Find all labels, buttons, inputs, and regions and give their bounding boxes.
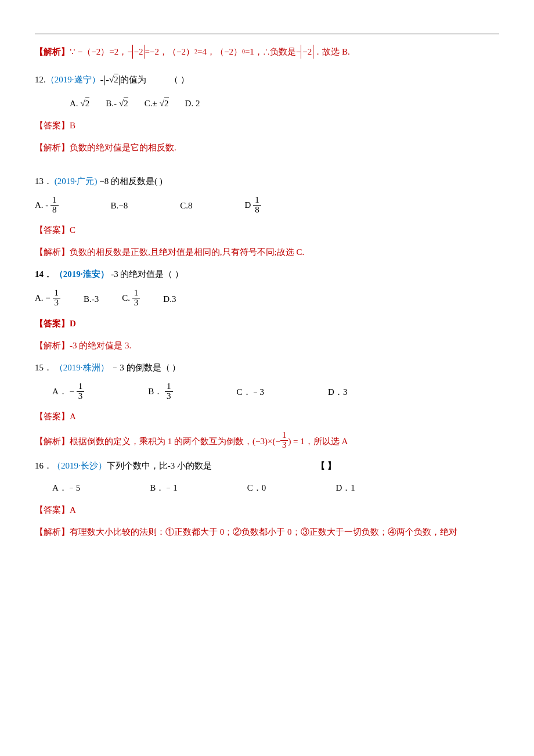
q-source: (2019·广元) <box>55 177 98 186</box>
text-part-3: =4，（−2） <box>197 45 242 59</box>
q13-explanation: 【解析】负数的相反数是正数,且绝对值是相同的,只有符号不同;故选 C. <box>35 245 499 259</box>
label: 【解析】 <box>35 247 70 257</box>
q12-stem: 12. （2019·遂宁） -|- 2 | 的值为 （ ） <box>35 71 499 88</box>
sqrt-icon: 2 <box>81 96 90 110</box>
q16-stem: 16． （2019·长沙） 下列个数中，比-3 小的数是 【 】 <box>35 459 499 473</box>
text: 负数的相反数是正数,且绝对值是相同的,只有符号不同;故选 C. <box>70 247 304 257</box>
opt-d: D 18 <box>245 196 261 215</box>
fraction: 18 <box>50 196 59 215</box>
q12-explanation: 【解析】负数的绝对值是它的相反数. <box>35 141 499 154</box>
opt-b: B． 13 <box>148 383 172 402</box>
q16-answer: 【答案】A <box>35 503 499 517</box>
q-number: 15． <box>35 363 52 372</box>
q16-options: A．﹣5 B．﹣1 C．0 D．1 <box>52 481 499 495</box>
text-part-1: ∵ −（−2）=2， <box>70 45 127 59</box>
value: A <box>70 505 76 514</box>
q-number: 14． <box>35 269 52 279</box>
opt-d: D.3 <box>163 292 176 306</box>
stem-text: 的值为 <box>120 73 146 87</box>
abs-expr-1: −−2 <box>127 45 145 59</box>
text-part-2: =−2，（−2） <box>145 45 194 59</box>
formula-2: ) = 1 <box>288 434 304 448</box>
opt-b-label: B.- <box>106 96 117 110</box>
expr-pre: -|- <box>100 71 110 88</box>
text: 有理数大小比较的法则：①正数都大于 0；②负数都小于 0；③正数大于一切负数；④… <box>70 527 457 537</box>
fraction: 18 <box>253 196 261 215</box>
q15-stem: 15． （2019·株洲） ﹣3 的倒数是（ ） <box>35 361 499 375</box>
q15-options: A． − 13 B． 13 C．﹣3 D．3 <box>52 383 499 402</box>
q-source: （2019·株洲） <box>55 363 109 372</box>
opt-a: A． − 13 <box>52 383 84 402</box>
label: 【答案】 <box>35 412 70 421</box>
opt-a: A. − 13 <box>35 289 60 308</box>
label: 【答案】 <box>35 121 70 130</box>
sqrt-icon: 2 <box>119 96 128 110</box>
abs-expr-2: −−2 <box>296 45 313 59</box>
label: 【答案】 <box>35 505 70 514</box>
q14-explanation: 【解析】-3 的绝对值是 3. <box>35 339 499 352</box>
opt-c: C. 13 <box>122 289 140 308</box>
q13-stem: 13． (2019·广元) −8 的相反数是( ) <box>35 174 499 188</box>
sqrt-icon: 2 <box>160 96 169 110</box>
sqrt-icon: 2 <box>109 73 118 87</box>
q-number: 12. <box>35 73 46 87</box>
opt-c: C.8 <box>180 199 192 213</box>
opt-d: D. 2 <box>185 96 200 110</box>
text-part-5: ．故选 B. <box>313 45 350 59</box>
stem-text: 下列个数中，比-3 小的数是 <box>107 459 212 473</box>
fraction: 13 <box>53 289 61 308</box>
opt-a: A．﹣5 <box>52 481 80 495</box>
stem-text: ﹣3 的倒数是（ ） <box>111 363 181 372</box>
label: 【解析】 <box>35 341 70 350</box>
q14-stem: 14． （2019·淮安） -3 的绝对值是（ ） <box>35 267 499 281</box>
formula-1: (−3)×(− <box>252 434 280 448</box>
q12-answer: 【答案】B <box>35 118 499 132</box>
q13-options: A. - 18 B.−8 C.8 D 18 <box>35 196 499 215</box>
fraction: 13 <box>132 289 140 308</box>
opt-b: B.−8 <box>111 199 128 213</box>
fraction: 13 <box>165 382 173 401</box>
fraction: 13 <box>77 382 85 401</box>
opt-d: D．3 <box>328 385 347 399</box>
stem-text: -3 的绝对值是（ ） <box>111 269 183 279</box>
q-number: 16． <box>35 459 52 473</box>
opt-b: B.-3 <box>84 292 99 306</box>
q16-explanation: 【解析】有理数大小比较的法则：①正数都大于 0；②负数都小于 0；③正数大于一切… <box>35 525 499 539</box>
value: B <box>70 121 75 130</box>
opt-a: A. - 18 <box>35 196 59 215</box>
label: 【答案】 <box>35 225 70 235</box>
q-source: （2019·长沙） <box>52 459 107 473</box>
q11-explanation: 【解析】 ∵ −（−2）=2， −−2 =−2，（−2） 2 =4，（−2） 0… <box>35 45 499 59</box>
q14-answer: 【答案】D <box>35 316 499 330</box>
opt-b: B．﹣1 <box>150 481 178 495</box>
opt-d: D．1 <box>335 481 355 495</box>
text-2: ，所以选 A <box>305 434 348 448</box>
label: 【解析】 <box>35 45 70 59</box>
q-source: （2019·淮安） <box>55 269 109 279</box>
label: 【解析】 <box>35 527 70 537</box>
label: 【答案】 <box>35 319 70 328</box>
q14-options: A. − 13 B.-3 C. 13 D.3 <box>35 289 499 308</box>
value: D <box>70 319 76 328</box>
text: 负数的绝对值是它的相反数. <box>70 143 176 152</box>
q13-answer: 【答案】C <box>35 223 499 237</box>
q12-options: A. 2 B.- 2 C.± 2 D. 2 <box>70 96 499 110</box>
value: A <box>70 412 76 421</box>
blank: （ ） <box>169 73 189 87</box>
value: C <box>70 225 75 235</box>
label: 【解析】 <box>35 143 70 152</box>
label: 【解析】 <box>35 434 70 448</box>
q15-answer: 【答案】A <box>35 409 499 423</box>
q-number: 13． <box>35 177 52 186</box>
text-1: 根据倒数的定义，乘积为 1 的两个数互为倒数， <box>70 434 252 448</box>
opt-c-label: C.± <box>145 96 157 110</box>
stem-text: −8 的相反数是( ) <box>99 177 162 186</box>
q-source: （2019·遂宁） <box>46 73 100 87</box>
text-part-4: =1，∴负数是 <box>245 45 296 59</box>
top-rule <box>35 34 499 34</box>
blank: 【 】 <box>316 459 336 473</box>
opt-c: C．﹣3 <box>237 385 265 399</box>
opt-c: C．0 <box>247 481 266 495</box>
opt-a-label: A. <box>70 96 78 110</box>
q15-explanation: 【解析】 根据倒数的定义，乘积为 1 的两个数互为倒数， (−3)×(− 13 … <box>35 431 499 451</box>
